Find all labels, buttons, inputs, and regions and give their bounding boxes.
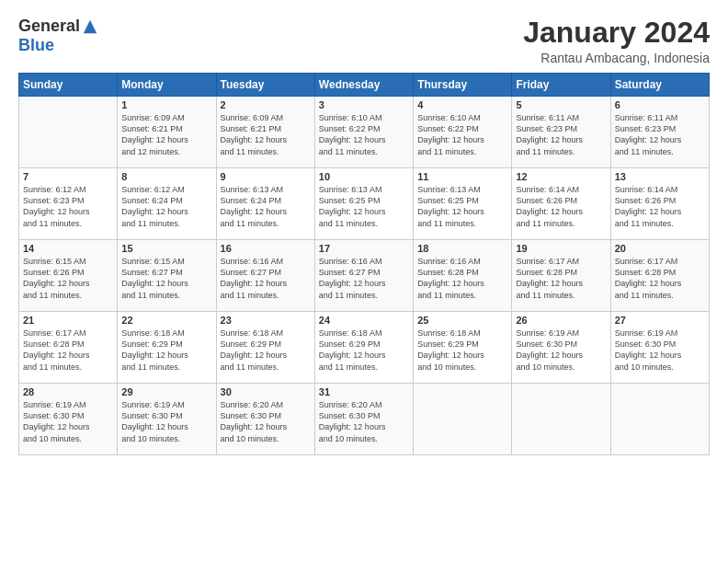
calendar-week-4: 21Sunrise: 6:17 AM Sunset: 6:28 PM Dayli… bbox=[19, 312, 710, 384]
day-info: Sunrise: 6:12 AM Sunset: 6:24 PM Dayligh… bbox=[121, 184, 211, 229]
calendar-cell bbox=[512, 384, 610, 455]
day-info: Sunrise: 6:13 AM Sunset: 6:25 PM Dayligh… bbox=[417, 184, 507, 229]
weekday-header-sunday: Sunday bbox=[19, 74, 118, 97]
calendar-cell: 27Sunrise: 6:19 AM Sunset: 6:30 PM Dayli… bbox=[610, 312, 709, 384]
day-info: Sunrise: 6:17 AM Sunset: 6:28 PM Dayligh… bbox=[615, 256, 705, 301]
day-info: Sunrise: 6:15 AM Sunset: 6:26 PM Dayligh… bbox=[23, 256, 113, 301]
logo-icon bbox=[82, 18, 98, 35]
calendar-cell: 21Sunrise: 6:17 AM Sunset: 6:28 PM Dayli… bbox=[19, 312, 118, 384]
calendar-cell: 18Sunrise: 6:16 AM Sunset: 6:28 PM Dayli… bbox=[414, 240, 512, 312]
day-number: 27 bbox=[615, 315, 705, 326]
day-info: Sunrise: 6:12 AM Sunset: 6:23 PM Dayligh… bbox=[23, 184, 113, 229]
calendar-cell: 2Sunrise: 6:09 AM Sunset: 6:21 PM Daylig… bbox=[216, 97, 314, 168]
day-info: Sunrise: 6:16 AM Sunset: 6:28 PM Dayligh… bbox=[417, 256, 507, 301]
day-number: 12 bbox=[516, 171, 606, 182]
day-number: 8 bbox=[121, 171, 211, 182]
day-number: 15 bbox=[121, 243, 211, 254]
day-info: Sunrise: 6:19 AM Sunset: 6:30 PM Dayligh… bbox=[615, 327, 705, 373]
svg-marker-0 bbox=[84, 19, 97, 32]
day-number: 17 bbox=[319, 243, 409, 254]
calendar-cell bbox=[19, 97, 118, 168]
day-number: 14 bbox=[23, 243, 113, 254]
header: General Blue January 2024 Rantau Ambacan… bbox=[18, 17, 710, 65]
day-info: Sunrise: 6:11 AM Sunset: 6:23 PM Dayligh… bbox=[516, 112, 606, 157]
weekday-header-tuesday: Tuesday bbox=[216, 74, 314, 97]
calendar-cell: 7Sunrise: 6:12 AM Sunset: 6:23 PM Daylig… bbox=[19, 168, 118, 240]
day-info: Sunrise: 6:14 AM Sunset: 6:26 PM Dayligh… bbox=[516, 184, 606, 229]
day-info: Sunrise: 6:16 AM Sunset: 6:27 PM Dayligh… bbox=[221, 256, 311, 301]
day-info: Sunrise: 6:16 AM Sunset: 6:27 PM Dayligh… bbox=[319, 256, 409, 301]
day-number: 5 bbox=[516, 99, 606, 110]
calendar-cell: 5Sunrise: 6:11 AM Sunset: 6:23 PM Daylig… bbox=[512, 97, 610, 168]
calendar-cell: 3Sunrise: 6:10 AM Sunset: 6:22 PM Daylig… bbox=[314, 97, 413, 168]
calendar-cell: 20Sunrise: 6:17 AM Sunset: 6:28 PM Dayli… bbox=[610, 240, 709, 312]
day-number: 29 bbox=[121, 386, 211, 397]
day-number: 2 bbox=[221, 99, 311, 110]
calendar-week-5: 28Sunrise: 6:19 AM Sunset: 6:30 PM Dayli… bbox=[19, 384, 710, 455]
day-number: 18 bbox=[417, 243, 507, 254]
location-subtitle: Rantau Ambacang, Indonesia bbox=[523, 51, 710, 65]
calendar-cell: 26Sunrise: 6:19 AM Sunset: 6:30 PM Dayli… bbox=[512, 312, 610, 384]
day-info: Sunrise: 6:14 AM Sunset: 6:26 PM Dayligh… bbox=[615, 184, 705, 229]
weekday-header-saturday: Saturday bbox=[610, 74, 709, 97]
calendar-cell: 12Sunrise: 6:14 AM Sunset: 6:26 PM Dayli… bbox=[512, 168, 610, 240]
day-number: 3 bbox=[319, 99, 409, 110]
calendar-cell bbox=[610, 384, 709, 455]
calendar-table: SundayMondayTuesdayWednesdayThursdayFrid… bbox=[18, 73, 710, 455]
calendar-week-1: 1Sunrise: 6:09 AM Sunset: 6:21 PM Daylig… bbox=[19, 97, 710, 168]
day-number: 28 bbox=[23, 386, 113, 397]
calendar-cell: 8Sunrise: 6:12 AM Sunset: 6:24 PM Daylig… bbox=[118, 168, 216, 240]
weekday-header-friday: Friday bbox=[512, 74, 610, 97]
day-info: Sunrise: 6:13 AM Sunset: 6:25 PM Dayligh… bbox=[319, 184, 409, 229]
day-number: 6 bbox=[615, 99, 705, 110]
calendar-cell: 17Sunrise: 6:16 AM Sunset: 6:27 PM Dayli… bbox=[314, 240, 413, 312]
calendar-cell: 1Sunrise: 6:09 AM Sunset: 6:21 PM Daylig… bbox=[118, 97, 216, 168]
calendar-cell: 22Sunrise: 6:18 AM Sunset: 6:29 PM Dayli… bbox=[118, 312, 216, 384]
day-number: 26 bbox=[516, 315, 606, 326]
day-info: Sunrise: 6:20 AM Sunset: 6:30 PM Dayligh… bbox=[319, 399, 409, 444]
day-info: Sunrise: 6:17 AM Sunset: 6:28 PM Dayligh… bbox=[516, 256, 606, 301]
calendar-week-2: 7Sunrise: 6:12 AM Sunset: 6:23 PM Daylig… bbox=[19, 168, 710, 240]
weekday-header-thursday: Thursday bbox=[414, 74, 512, 97]
day-number: 22 bbox=[121, 315, 211, 326]
calendar-cell: 24Sunrise: 6:18 AM Sunset: 6:29 PM Dayli… bbox=[314, 312, 413, 384]
calendar-cell: 28Sunrise: 6:19 AM Sunset: 6:30 PM Dayli… bbox=[19, 384, 118, 455]
day-number: 21 bbox=[23, 315, 113, 326]
day-info: Sunrise: 6:15 AM Sunset: 6:27 PM Dayligh… bbox=[121, 256, 211, 301]
day-number: 24 bbox=[319, 315, 409, 326]
day-number: 4 bbox=[417, 99, 507, 110]
day-info: Sunrise: 6:13 AM Sunset: 6:24 PM Dayligh… bbox=[221, 184, 311, 229]
day-info: Sunrise: 6:10 AM Sunset: 6:22 PM Dayligh… bbox=[417, 112, 507, 157]
calendar-cell: 10Sunrise: 6:13 AM Sunset: 6:25 PM Dayli… bbox=[314, 168, 413, 240]
day-info: Sunrise: 6:19 AM Sunset: 6:30 PM Dayligh… bbox=[516, 327, 606, 373]
day-info: Sunrise: 6:09 AM Sunset: 6:21 PM Dayligh… bbox=[121, 112, 211, 157]
day-info: Sunrise: 6:18 AM Sunset: 6:29 PM Dayligh… bbox=[121, 327, 211, 373]
day-info: Sunrise: 6:20 AM Sunset: 6:30 PM Dayligh… bbox=[221, 399, 311, 444]
day-number: 10 bbox=[319, 171, 409, 182]
day-info: Sunrise: 6:18 AM Sunset: 6:29 PM Dayligh… bbox=[319, 327, 409, 373]
day-number: 16 bbox=[221, 243, 311, 254]
calendar-cell: 16Sunrise: 6:16 AM Sunset: 6:27 PM Dayli… bbox=[216, 240, 314, 312]
day-info: Sunrise: 6:11 AM Sunset: 6:23 PM Dayligh… bbox=[615, 112, 705, 157]
day-number: 7 bbox=[23, 171, 113, 182]
day-number: 30 bbox=[221, 386, 311, 397]
day-number: 23 bbox=[221, 315, 311, 326]
calendar-cell: 23Sunrise: 6:18 AM Sunset: 6:29 PM Dayli… bbox=[216, 312, 314, 384]
day-number: 1 bbox=[121, 99, 211, 110]
day-number: 25 bbox=[417, 315, 507, 326]
calendar-week-3: 14Sunrise: 6:15 AM Sunset: 6:26 PM Dayli… bbox=[19, 240, 710, 312]
calendar-cell: 15Sunrise: 6:15 AM Sunset: 6:27 PM Dayli… bbox=[118, 240, 216, 312]
calendar-cell: 4Sunrise: 6:10 AM Sunset: 6:22 PM Daylig… bbox=[414, 97, 512, 168]
day-info: Sunrise: 6:17 AM Sunset: 6:28 PM Dayligh… bbox=[23, 327, 113, 373]
weekday-header-wednesday: Wednesday bbox=[314, 74, 413, 97]
calendar-cell bbox=[414, 384, 512, 455]
logo: General Blue bbox=[18, 17, 98, 55]
weekday-header-row: SundayMondayTuesdayWednesdayThursdayFrid… bbox=[19, 74, 710, 97]
logo-general-text: General bbox=[18, 17, 80, 36]
day-number: 20 bbox=[615, 243, 705, 254]
day-info: Sunrise: 6:19 AM Sunset: 6:30 PM Dayligh… bbox=[23, 399, 113, 444]
logo-blue-text: Blue bbox=[18, 36, 54, 55]
weekday-header-monday: Monday bbox=[118, 74, 216, 97]
calendar-cell: 25Sunrise: 6:18 AM Sunset: 6:29 PM Dayli… bbox=[414, 312, 512, 384]
day-info: Sunrise: 6:18 AM Sunset: 6:29 PM Dayligh… bbox=[221, 327, 311, 373]
